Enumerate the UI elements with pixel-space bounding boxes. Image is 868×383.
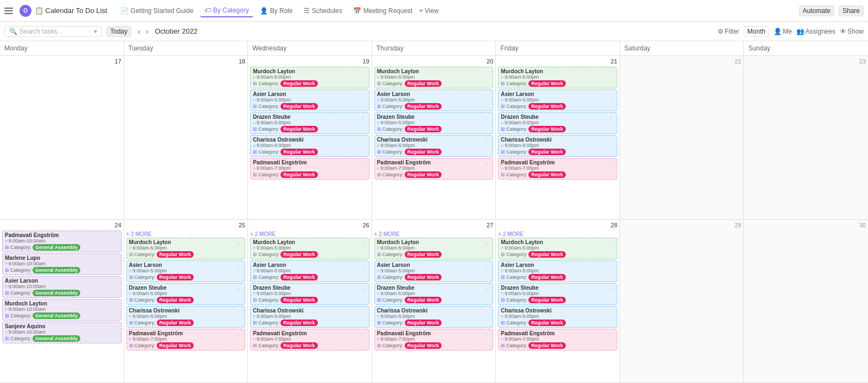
event-card[interactable]: ○ Drazen Steube 9:00am-5:00pm ⊞ Category…	[126, 283, 246, 305]
event-checkbox[interactable]: ○	[609, 286, 612, 292]
month-dropdown[interactable]: Month	[744, 26, 769, 37]
me-button[interactable]: 👤 Me	[774, 28, 792, 35]
event-card[interactable]: ○ Charissa Ostrowski 9:00am-5:00pm ⊞ Cat…	[126, 306, 246, 328]
tab-by-role[interactable]: 👤 By Role	[256, 5, 297, 17]
event-card[interactable]: ○ Charissa Ostrowski 9:00am-5:00pm ⊞ Cat…	[498, 306, 617, 328]
event-checkbox[interactable]: ○	[361, 240, 365, 246]
event-card[interactable]: ○ Padmavati Engström 9:00am-10:00am ⊞ Ca…	[2, 231, 122, 252]
event-checkbox[interactable]: ○	[237, 263, 240, 269]
next-month-button[interactable]: ›	[144, 26, 151, 37]
event-card[interactable]: ○ Padmavati Engström 9:00am-7:00pm ⊞ Cat…	[126, 329, 246, 350]
today-button[interactable]: Today	[106, 26, 131, 37]
event-checkbox[interactable]: ○	[609, 309, 612, 315]
event-checkbox[interactable]: ○	[113, 302, 117, 308]
event-checkbox[interactable]: ○	[485, 138, 488, 144]
event-card[interactable]: ○ Murdoch Layton 9:00am-10:00am ⊞ Catego…	[2, 299, 122, 321]
event-checkbox[interactable]: ○	[485, 331, 488, 337]
event-checkbox[interactable]: ○	[237, 286, 240, 292]
hamburger-menu[interactable]	[4, 5, 15, 16]
event-checkbox[interactable]: ○	[485, 161, 488, 167]
event-card[interactable]: ○ Padmavati Engström 9:00am-7:00pm ⊞ Cat…	[374, 158, 494, 180]
event-card[interactable]: ○ Padmavati Engström 9:00am-7:00pm ⊞ Cat…	[374, 329, 494, 350]
event-checkbox[interactable]: ○	[361, 115, 365, 121]
event-card[interactable]: ○ Charissa Ostrowski 9:00am-5:00pm ⊞ Cat…	[374, 306, 494, 328]
event-card[interactable]: ○ Charissa Ostrowski 9:00am-5:00pm ⊞ Cat…	[250, 306, 369, 328]
event-card[interactable]: ○ Asier Larson 9:00am-5:00pm ⊞ Category:…	[250, 260, 369, 282]
event-card[interactable]: ○ Drazen Steube 9:00am-5:00pm ⊞ Category…	[374, 112, 494, 134]
add-view-button[interactable]: + View	[419, 7, 438, 15]
search-box[interactable]: 🔍 Search tasks... ▾	[4, 26, 102, 37]
event-checkbox[interactable]: ○	[485, 286, 488, 292]
event-card[interactable]: ○ Asier Larson 9:00am-5:00pm ⊞ Category:…	[126, 260, 246, 282]
event-card[interactable]: ○ Drazen Steube 9:00am-5:00pm ⊞ Category…	[498, 112, 617, 134]
event-checkbox[interactable]: ○	[361, 92, 365, 98]
event-checkbox[interactable]: ○	[113, 233, 117, 239]
event-checkbox[interactable]: ○	[361, 309, 365, 315]
event-checkbox[interactable]: ○	[113, 256, 117, 262]
event-checkbox[interactable]: ○	[237, 309, 240, 315]
more-events-link[interactable]: + 2 MORE	[374, 231, 494, 238]
tab-by-category[interactable]: 🏷 By Category	[200, 4, 253, 17]
event-card[interactable]: ○ Sanjeev Aquino 9:00am-10:00am ⊞ Catego…	[2, 322, 122, 343]
event-card[interactable]: ○ Asier Larson 9:00am-5:00pm ⊞ Category:…	[250, 90, 369, 111]
event-checkbox[interactable]: ○	[609, 69, 612, 75]
event-card[interactable]: ○ Murdoch Layton 9:00am-5:00pm ⊞ Categor…	[126, 238, 246, 259]
event-checkbox[interactable]: ○	[609, 138, 612, 144]
tab-schedules[interactable]: ☰ Schedules	[299, 5, 347, 17]
tab-getting-started[interactable]: 📄 Getting Started Guide	[116, 5, 198, 17]
event-checkbox[interactable]: ○	[361, 263, 365, 269]
more-events-link[interactable]: + 2 MORE	[126, 231, 246, 238]
event-checkbox[interactable]: ○	[361, 161, 365, 167]
event-checkbox[interactable]: ○	[361, 69, 365, 75]
event-checkbox[interactable]: ○	[609, 240, 612, 246]
event-card[interactable]: ○ Murdoch Layton 9:00am-5:00pm ⊞ Categor…	[374, 67, 494, 88]
filter-button[interactable]: ⚙ Filter	[718, 28, 739, 35]
event-card[interactable]: ○ Asier Larson 9:00am-5:00pm ⊞ Category:…	[374, 90, 494, 111]
event-checkbox[interactable]: ○	[237, 240, 240, 246]
event-checkbox[interactable]: ○	[485, 309, 488, 315]
event-card[interactable]: ○ Drazen Steube 9:00am-5:00pm ⊞ Category…	[498, 283, 617, 305]
event-card[interactable]: ○ Padmavati Engström 9:00am-7:00pm ⊞ Cat…	[250, 158, 369, 180]
event-card[interactable]: ○ Padmavati Engström 9:00am-7:00pm ⊞ Cat…	[498, 158, 617, 180]
event-card[interactable]: ○ Padmavati Engström 9:00am-7:00pm ⊞ Cat…	[250, 329, 369, 350]
event-checkbox[interactable]: ○	[609, 263, 612, 269]
more-events-link[interactable]: + 2 MORE	[250, 231, 369, 238]
event-checkbox[interactable]: ○	[609, 92, 612, 98]
event-card[interactable]: ○ Asier Larson 9:00am-5:00pm ⊞ Category:…	[374, 260, 494, 282]
automate-button[interactable]: Automate	[799, 5, 834, 16]
event-checkbox[interactable]: ○	[113, 324, 117, 330]
event-card[interactable]: ○ Charissa Ostrowski 9:00am-5:00pm ⊞ Cat…	[498, 135, 617, 157]
event-checkbox[interactable]: ○	[361, 331, 365, 337]
tab-meeting-request[interactable]: 📅 Meeting Request	[349, 5, 417, 17]
event-checkbox[interactable]: ○	[361, 286, 365, 292]
event-card[interactable]: ○ Asier Larson 9:00am-5:00pm ⊞ Category:…	[498, 260, 617, 282]
event-card[interactable]: ○ Charissa Ostrowski 9:00am-5:00pm ⊞ Cat…	[374, 135, 494, 157]
event-checkbox[interactable]: ○	[361, 138, 365, 144]
event-checkbox[interactable]: ○	[609, 161, 612, 167]
event-checkbox[interactable]: ○	[609, 115, 612, 121]
event-checkbox[interactable]: ○	[113, 279, 117, 285]
event-checkbox[interactable]: ○	[485, 92, 488, 98]
event-card[interactable]: ○ Murdoch Layton 9:00am-5:00pm ⊞ Categor…	[250, 238, 369, 259]
event-card[interactable]: ○ Asier Larson 9:00am-5:00pm ⊞ Category:…	[498, 90, 617, 111]
event-card[interactable]: ○ Murdoch Layton 9:00am-5:00pm ⊞ Categor…	[250, 67, 369, 88]
event-checkbox[interactable]: ○	[237, 331, 240, 337]
event-card[interactable]: ○ Murdoch Layton 9:00am-5:00pm ⊞ Categor…	[374, 238, 494, 259]
event-checkbox[interactable]: ○	[485, 240, 488, 246]
event-checkbox[interactable]: ○	[485, 69, 488, 75]
event-card[interactable]: ○ Drazen Steube 9:00am-5:00pm ⊞ Category…	[250, 112, 369, 134]
more-events-link[interactable]: + 2 MORE	[498, 231, 617, 238]
event-checkbox[interactable]: ○	[485, 115, 488, 121]
event-checkbox[interactable]: ○	[609, 331, 612, 337]
event-card[interactable]: ○ Charissa Ostrowski 9:00am-5:00pm ⊞ Cat…	[250, 135, 369, 157]
prev-month-button[interactable]: ‹	[136, 26, 143, 37]
share-button[interactable]: Share	[839, 5, 864, 16]
event-card[interactable]: ○ Drazen Steube 9:00am-5:00pm ⊞ Category…	[250, 283, 369, 305]
event-card[interactable]: ○ Drazen Steube 9:00am-5:00pm ⊞ Category…	[374, 283, 494, 305]
event-card[interactable]: ○ Murdoch Layton 9:00am-5:00pm ⊞ Categor…	[498, 67, 617, 88]
event-checkbox[interactable]: ○	[485, 263, 488, 269]
event-card[interactable]: ○ Murdoch Layton 9:00am-5:00pm ⊞ Categor…	[498, 238, 617, 259]
event-card[interactable]: ○ Asier Larson 9:00am-10:00am ⊞ Category…	[2, 276, 122, 298]
assignees-button[interactable]: 👥 Assignees	[796, 28, 835, 35]
show-button[interactable]: 👁 Show	[840, 28, 864, 35]
